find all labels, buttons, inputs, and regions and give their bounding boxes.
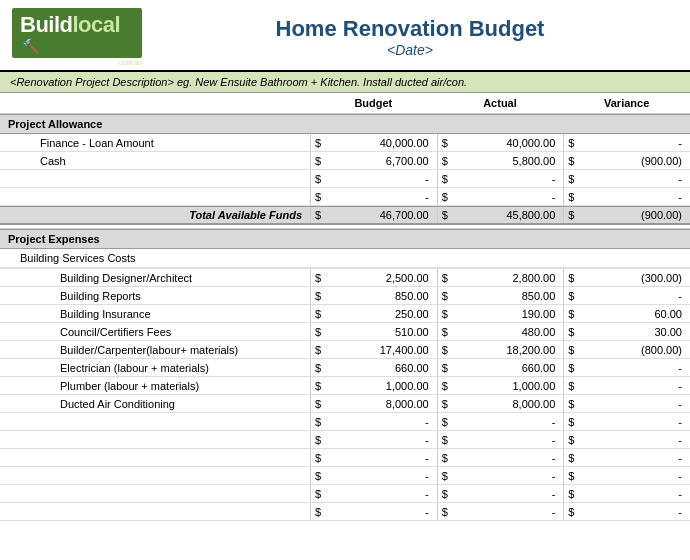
header: Buildlocal 🔨 .com.au Home Renovation Bud… (0, 0, 690, 72)
date-placeholder: <Date> (142, 42, 678, 58)
section-expenses-label: Project Expenses (8, 233, 100, 245)
variance-cell: $ - (563, 413, 690, 430)
logo-sub: .com.au (12, 59, 142, 66)
total-label: Total Available Funds (0, 207, 310, 223)
variance-cell: $ (900.00) (563, 152, 690, 169)
header-titles: Home Renovation Budget <Date> (142, 16, 678, 58)
logo-area: Buildlocal 🔨 .com.au (12, 8, 142, 66)
budget-cell: $ 8,000.00 (310, 395, 437, 412)
budget-cell: $ 40,000.00 (310, 134, 437, 151)
actual-cell: $ 850.00 (437, 287, 564, 304)
row-label (0, 431, 310, 448)
budget-cell: $ 6,700.00 (310, 152, 437, 169)
expense-row: Ducted Air Conditioning $ 8,000.00 $ 8,0… (0, 395, 690, 413)
expense-row: Building Reports $ 850.00 $ 850.00 $ - (0, 287, 690, 305)
row-label: Cash (0, 152, 310, 169)
variance-cell: $ - (563, 503, 690, 520)
actual-cell: $ 5,800.00 (437, 152, 564, 169)
row-label: Building Insurance (0, 305, 310, 322)
actual-cell: $ - (437, 413, 564, 430)
budget-cell: $ 660.00 (310, 359, 437, 376)
variance-cell: $ - (563, 395, 690, 412)
expense-row: $ - $ - $ - (0, 485, 690, 503)
expense-row: $ - $ - $ - (0, 503, 690, 521)
variance-cell: $ - (563, 377, 690, 394)
expense-row: Electrician (labour + materials) $ 660.0… (0, 359, 690, 377)
actual-cell: $ 480.00 (437, 323, 564, 340)
section-project-allowance: Project Allowance (0, 114, 690, 134)
row-label: Plumber (labour + materials) (0, 377, 310, 394)
variance-cell: $ 30.00 (563, 323, 690, 340)
row-label: Building Reports (0, 287, 310, 304)
allowance-row: Cash $ 6,700.00 $ 5,800.00 $ (900.00) (0, 152, 690, 170)
actual-cell: $ 18,200.00 (437, 341, 564, 358)
col-variance: Variance (563, 95, 690, 111)
logo-box: Buildlocal 🔨 (12, 8, 142, 58)
budget-cell: $ 250.00 (310, 305, 437, 322)
row-label (0, 188, 310, 205)
budget-cell: $ 510.00 (310, 323, 437, 340)
actual-cell: $ - (437, 449, 564, 466)
row-label: Building Designer/Architect (0, 269, 310, 286)
currency-sign: $ (315, 209, 329, 221)
allowance-row: $ - $ - $ - (0, 188, 690, 206)
expense-row: $ - $ - $ - (0, 449, 690, 467)
budget-cell: $ - (310, 413, 437, 430)
total-actual-cell: $ 45,800.00 (437, 207, 564, 223)
budget-cell: $ - (310, 503, 437, 520)
total-variance-value: (900.00) (582, 209, 686, 221)
budget-cell: $ 1,000.00 (310, 377, 437, 394)
row-label (0, 413, 310, 430)
expense-row: Council/Certifiers Fees $ 510.00 $ 480.0… (0, 323, 690, 341)
variance-cell: $ - (563, 359, 690, 376)
variance-cell: $ (300.00) (563, 269, 690, 286)
currency-sign: $ (442, 209, 456, 221)
actual-cell: $ - (437, 431, 564, 448)
total-budget-value: 46,700.00 (329, 209, 433, 221)
currency-sign: $ (568, 209, 582, 221)
row-label (0, 170, 310, 187)
description-bar: <Renovation Project Description> eg. New… (0, 72, 690, 93)
allowance-rows: Finance - Loan Amount $ 40,000.00 $ 40,0… (0, 134, 690, 206)
allowance-row: $ - $ - $ - (0, 170, 690, 188)
variance-cell: $ - (563, 485, 690, 502)
col-budget: Budget (310, 95, 437, 111)
variance-cell: $ - (563, 467, 690, 484)
expenses-rows: Building Designer/Architect $ 2,500.00 $… (0, 269, 690, 521)
row-label (0, 485, 310, 502)
expense-row: Plumber (labour + materials) $ 1,000.00 … (0, 377, 690, 395)
budget-cell: $ - (310, 467, 437, 484)
expense-row: $ - $ - $ - (0, 467, 690, 485)
variance-cell: $ - (563, 287, 690, 304)
actual-cell: $ 2,800.00 (437, 269, 564, 286)
row-label: Finance - Loan Amount (0, 134, 310, 151)
logo-build: Build (20, 12, 73, 37)
actual-cell: $ 190.00 (437, 305, 564, 322)
actual-cell: $ - (437, 467, 564, 484)
budget-cell: $ - (310, 188, 437, 205)
column-headers: Budget Actual Variance (0, 93, 690, 114)
row-label (0, 449, 310, 466)
section-allowance-label: Project Allowance (8, 118, 102, 130)
actual-cell: $ - (437, 485, 564, 502)
actual-cell: $ 8,000.00 (437, 395, 564, 412)
expense-row: Builder/Carpenter(labour+ materials) $ 1… (0, 341, 690, 359)
variance-cell: $ - (563, 134, 690, 151)
budget-cell: $ 850.00 (310, 287, 437, 304)
variance-cell: $ - (563, 188, 690, 205)
logo-text: Buildlocal (20, 12, 120, 37)
variance-cell: $ - (563, 170, 690, 187)
budget-cell: $ 17,400.00 (310, 341, 437, 358)
hammer-icon: 🔨 (22, 38, 39, 54)
row-label (0, 467, 310, 484)
budget-cell: $ - (310, 431, 437, 448)
building-services-label-row: Building Services Costs (0, 249, 690, 269)
total-budget-cell: $ 46,700.00 (310, 207, 437, 223)
row-label: Builder/Carpenter(labour+ materials) (0, 341, 310, 358)
row-label: Council/Certifiers Fees (0, 323, 310, 340)
expense-row: $ - $ - $ - (0, 431, 690, 449)
expense-row: Building Designer/Architect $ 2,500.00 $… (0, 269, 690, 287)
section-project-expenses: Project Expenses (0, 229, 690, 249)
variance-cell: $ - (563, 449, 690, 466)
budget-cell: $ 2,500.00 (310, 269, 437, 286)
